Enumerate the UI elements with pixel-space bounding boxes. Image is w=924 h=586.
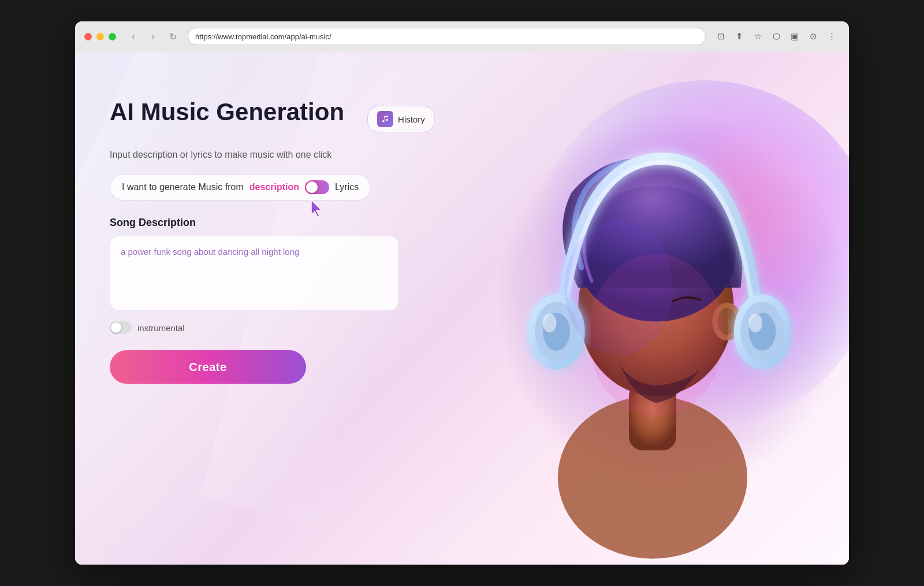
back-button[interactable]: ‹ (125, 28, 141, 44)
forward-button[interactable]: › (145, 28, 161, 44)
maximize-button[interactable] (109, 33, 116, 40)
instrumental-label: instrumental (137, 323, 185, 333)
toggle-thumb (306, 181, 318, 193)
svg-point-10 (543, 313, 556, 332)
instrumental-toggle[interactable] (110, 321, 132, 334)
close-button[interactable] (84, 33, 92, 40)
description-mode-label: description (249, 182, 299, 192)
mode-toggle-switch[interactable] (305, 180, 329, 194)
mode-toggle-row: I want to generate Music from descriptio… (110, 174, 371, 201)
share-icon[interactable]: ⬆ (731, 28, 747, 44)
nav-buttons: ‹ › ↻ (125, 28, 181, 44)
refresh-button[interactable]: ↻ (165, 28, 181, 44)
music-note-icon (381, 114, 390, 124)
history-button[interactable]: History (367, 106, 435, 132)
instrumental-toggle-track (110, 321, 132, 334)
left-panel: AI Music Generation History Input descri… (110, 98, 479, 384)
headphones-person-svg (456, 51, 849, 565)
traffic-lights (84, 33, 116, 40)
star-icon[interactable]: ☆ (750, 28, 766, 44)
browser-titlebar: ‹ › ↻ https://www.topmediai.com/app/ai-m… (75, 21, 849, 51)
minimize-button[interactable] (96, 33, 104, 40)
svg-point-14 (748, 313, 762, 332)
more-icon[interactable]: ⋮ (824, 28, 840, 44)
url-text: https://www.topmediai.com/app/ai-music/ (195, 32, 331, 41)
browser-window: ‹ › ↻ https://www.topmediai.com/app/ai-m… (75, 21, 849, 565)
hero-image (456, 51, 849, 565)
account-icon[interactable]: ⊙ (805, 28, 821, 44)
page-title: AI Music Generation (110, 98, 344, 127)
song-description-section: Song Description (110, 217, 479, 311)
title-row: AI Music Generation History (110, 98, 479, 140)
history-label: History (398, 114, 425, 124)
page-content: AI Music Generation History Input descri… (75, 51, 849, 565)
instrumental-toggle-thumb (111, 322, 121, 333)
browser-actions: ⊡ ⬆ ☆ ⬡ ▣ ⊙ ⋮ (713, 28, 840, 44)
puzzle-icon[interactable]: ⬡ (768, 28, 784, 44)
address-bar[interactable]: https://www.topmediai.com/app/ai-music/ (188, 28, 706, 45)
toggle-track (305, 180, 329, 194)
song-description-input[interactable] (110, 236, 398, 311)
toggle-prefix-text: I want to generate Music from (122, 182, 244, 192)
instrumental-row: instrumental (110, 321, 479, 334)
bookmark-icon[interactable]: ⊡ (713, 28, 729, 44)
lyrics-mode-label: Lyrics (335, 182, 359, 192)
subtitle: Input description or lyrics to make musi… (110, 150, 479, 160)
sidebar-icon[interactable]: ▣ (787, 28, 803, 44)
svg-point-16 (565, 220, 673, 355)
create-button[interactable]: Create (110, 350, 306, 384)
section-label: Song Description (110, 217, 479, 229)
history-music-icon (377, 111, 393, 127)
